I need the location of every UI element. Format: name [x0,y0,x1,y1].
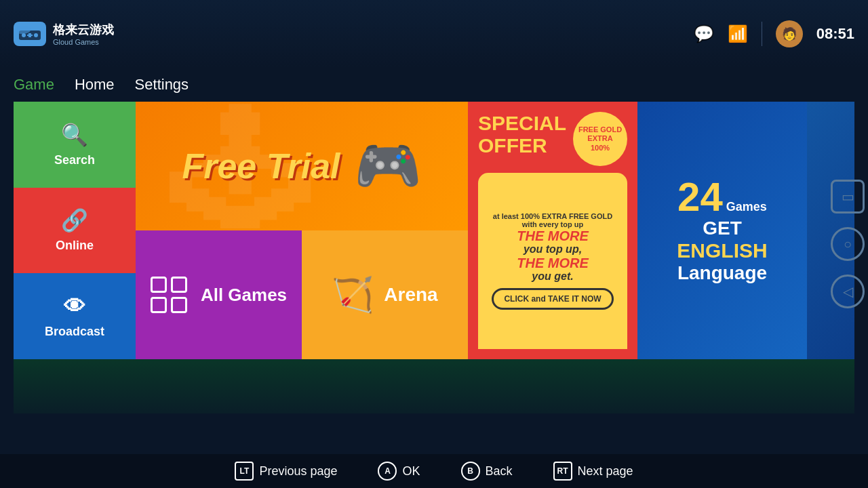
broadcast-button[interactable]: 👁 Broadcast [14,273,136,359]
navigation: Game Home Settings [0,68,868,102]
b-badge: B [461,462,480,481]
lt-badge: LT [235,462,254,481]
ok-button[interactable]: A OK [378,462,420,481]
ok-label: OK [402,464,420,479]
sidebar: 🔍 Search 🔗 Online 👁 Broadcast [14,102,136,359]
free-gold-badge: FREE GOLD EXTRA 100% [573,112,627,166]
online-button[interactable]: 🔗 Online [14,188,136,274]
arena-icon: 🏹 [332,275,374,314]
logo-icon [14,22,46,46]
offer-body: at least 100% EXTRA FREE GOLD with every… [478,173,627,349]
badge-line3: 100% [591,144,610,152]
avatar[interactable]: 🧑 [776,20,803,47]
badge-line1: FREE GOLD [578,125,622,134]
circle-button[interactable]: ○ [831,227,865,261]
a-badge: A [378,462,397,481]
arena-label: Arena [384,284,437,306]
offer-small-text: at least 100% EXTRA FREE GOLD with every… [485,212,620,228]
nav-game[interactable]: Game [14,76,54,94]
badge-line2: EXTRA [587,134,612,143]
main-content: 🔍 Search 🔗 Online 👁 Broadcast 🕹 Free Tri… [0,102,868,359]
square-button[interactable]: ▭ [831,180,865,214]
next-page-button[interactable]: RT Next page [553,462,633,481]
all-games-icon [151,277,187,313]
wifi-icon: 📶 [728,24,748,43]
back-label: Back [486,464,513,479]
logo-text: 格来云游戏 [53,22,114,38]
footer: LT Previous page A OK B Back RT Next pag… [0,454,868,488]
nav-settings[interactable]: Settings [135,76,189,94]
broadcast-label: Broadcast [45,325,104,339]
right-controller-buttons: ▭ ○ ◁ [831,180,868,308]
header: 格来云游戏 Gloud Games 💬 📶 🧑 08:51 [0,0,868,68]
all-games-button[interactable]: All Games [136,230,302,359]
arena-button[interactable]: 🏹 Arena [302,230,468,359]
offer-big-text1: THE MORE [517,228,589,243]
rt-badge: RT [553,462,572,481]
grid-sq-2 [171,277,187,293]
games-label: Games [726,200,767,214]
logo-sub: Gloud Games [53,38,114,46]
next-page-label: Next page [578,464,633,479]
language-text: Language [677,262,767,284]
offer-cta[interactable]: CLICK and TAKE IT NOW [492,288,613,310]
nav-home[interactable]: Home [75,76,115,94]
back-button[interactable]: B Back [461,462,513,481]
broadcast-icon: 👁 [64,294,85,319]
triangle-button[interactable]: ◁ [831,274,865,308]
clock: 08:51 [816,25,854,43]
get-text: GET [677,218,767,239]
bottom-row: All Games 🏹 Arena [136,230,468,359]
search-label: Search [54,153,95,167]
svg-rect-4 [27,35,33,36]
message-icon[interactable]: 💬 [694,24,714,43]
svg-point-2 [34,33,38,37]
gamepad-icon: 🎮 [354,134,422,198]
search-icon: 🔍 [61,122,88,148]
search-button[interactable]: 🔍 Search [14,102,136,188]
grid-sq-4 [171,297,187,313]
header-divider [762,22,762,46]
header-right: 💬 📶 🧑 08:51 [694,20,854,47]
special-offer-panel[interactable]: SPECIAL OFFER FREE GOLD EXTRA 100% at le… [468,102,637,359]
all-games-label: All Games [201,285,287,306]
link-icon: 🔗 [61,207,88,233]
logo-area: 格来云游戏 Gloud Games [14,22,114,46]
games-panel[interactable]: 24 Games GET ENGLISH Language [637,102,807,359]
offer-big-text3: THE MORE [517,256,589,270]
free-trial-text: Free Trial [182,146,340,186]
grid-sq-3 [151,297,167,313]
offer-title: SPECIAL OFFER [478,112,566,157]
center-grid: 🕹 Free Trial 🎮 All Games 🏹 Arena [136,102,468,359]
special-offer-top: SPECIAL OFFER FREE GOLD EXTRA 100% [478,112,627,166]
grid-sq-1 [151,277,167,293]
offer-big-text2: you top up, [524,243,582,256]
english-text: ENGLISH [677,239,767,262]
games-number: 24 [677,177,723,218]
reflection-area [14,359,854,413]
previous-page-button[interactable]: LT Previous page [235,462,337,481]
free-trial-banner[interactable]: 🕹 Free Trial 🎮 [136,102,468,230]
online-label: Online [56,239,94,253]
previous-page-label: Previous page [259,464,337,479]
offer-big-text4: you get. [532,270,573,283]
